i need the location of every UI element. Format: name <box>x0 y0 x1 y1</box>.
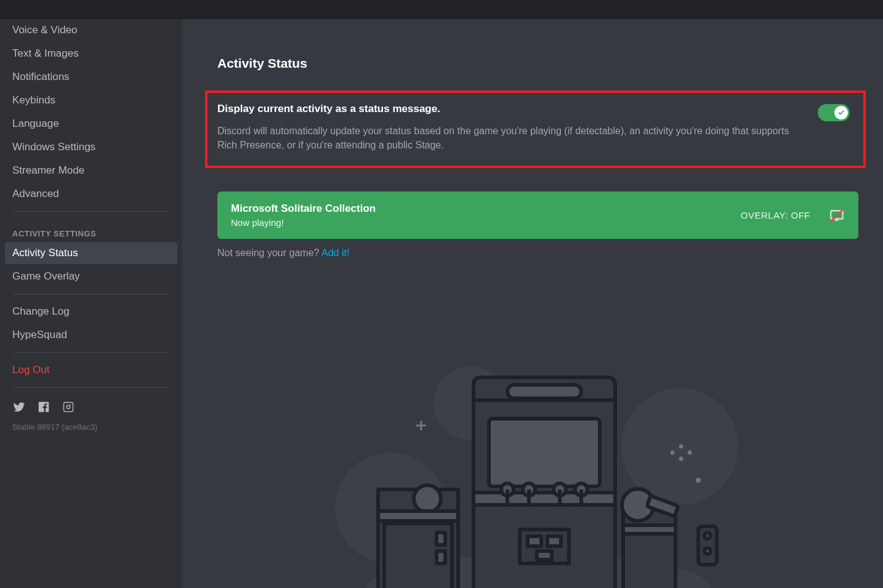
log-out-button[interactable]: Log Out <box>5 359 177 381</box>
sidebar-item-windows-settings[interactable]: Windows Settings <box>5 136 177 158</box>
sidebar-item-language[interactable]: Language <box>5 113 177 135</box>
svg-point-11 <box>679 445 683 449</box>
sidebar-item-streamer-mode[interactable]: Streamer Mode <box>5 159 177 182</box>
sidebar-separator <box>12 387 170 388</box>
sidebar-item-voice-video[interactable]: Voice & Video <box>5 19 177 41</box>
svg-point-30 <box>575 483 587 496</box>
svg-point-37 <box>622 489 654 521</box>
sidebar-item-advanced[interactable]: Advanced <box>5 183 177 205</box>
sidebar-item-text-images[interactable]: Text & Images <box>5 42 177 65</box>
svg-rect-22 <box>489 419 600 486</box>
svg-rect-38 <box>647 496 678 516</box>
sidebar-item-change-log[interactable]: Change Log <box>5 300 177 323</box>
sidebar-separator <box>12 352 170 353</box>
content-area: Activity Status Display current activity… <box>182 19 883 588</box>
svg-rect-17 <box>437 551 445 563</box>
sidebar-item-keybinds[interactable]: Keybinds <box>5 89 177 111</box>
page-title: Activity Status <box>217 56 858 71</box>
overlay-off-icon <box>829 207 845 224</box>
svg-rect-23 <box>474 493 615 505</box>
setting-description: Discord will automatically update your s… <box>217 124 805 152</box>
svg-rect-19 <box>378 511 458 521</box>
svg-rect-1 <box>835 219 839 220</box>
svg-point-42 <box>704 548 711 554</box>
decorative-arcade-art <box>217 366 858 588</box>
display-activity-toggle[interactable] <box>818 104 850 121</box>
annotation-highlight: Display current activity as a status mes… <box>205 91 866 168</box>
svg-rect-20 <box>474 400 615 588</box>
svg-rect-35 <box>537 551 552 560</box>
svg-rect-21 <box>507 385 581 398</box>
sidebar-separator <box>12 294 170 294</box>
add-game-link[interactable]: Add it! <box>321 248 349 258</box>
now-playing-card: Microsoft Solitaire Collection Now playi… <box>217 191 858 239</box>
overlay-status-label: OVERLAY: OFF <box>741 210 810 220</box>
setting-title: Display current activity as a status mes… <box>217 103 805 115</box>
svg-point-3 <box>335 453 446 563</box>
svg-point-13 <box>696 478 701 483</box>
svg-point-9 <box>679 457 683 461</box>
svg-rect-33 <box>528 536 541 546</box>
svg-point-4 <box>621 388 738 505</box>
svg-rect-34 <box>547 536 561 546</box>
svg-rect-36 <box>623 508 675 588</box>
game-status: Now playing! <box>231 217 731 228</box>
sidebar-item-game-overlay[interactable]: Game Overlay <box>5 265 177 288</box>
instagram-icon[interactable] <box>62 400 75 416</box>
sidebar-item-notifications[interactable]: Notifications <box>5 66 177 88</box>
svg-point-24 <box>501 483 514 496</box>
svg-point-18 <box>414 485 441 512</box>
svg-rect-15 <box>384 523 452 588</box>
svg-point-41 <box>704 533 711 539</box>
overlay-toggle-button[interactable] <box>829 207 845 224</box>
sidebar-item-hypesquad[interactable]: HypeSquad <box>5 324 177 346</box>
svg-rect-16 <box>437 533 445 545</box>
svg-rect-32 <box>520 530 569 563</box>
sidebar-header-activity: ACTIVITY SETTINGS <box>5 218 177 242</box>
svg-rect-39 <box>623 525 675 534</box>
twitter-icon[interactable] <box>12 400 26 416</box>
settings-sidebar: Voice & Video Text & Images Notification… <box>0 19 182 588</box>
svg-point-5 <box>433 366 507 440</box>
svg-rect-14 <box>378 489 458 588</box>
svg-point-12 <box>670 451 674 455</box>
svg-point-10 <box>687 451 691 455</box>
svg-point-26 <box>523 483 535 496</box>
version-label: Stable 86917 (ace8ac3) <box>5 420 177 432</box>
game-name: Microsoft Solitaire Collection <box>231 203 731 215</box>
app-titlebar <box>0 0 883 19</box>
not-seeing-game-text: Not seeing your game? Add it! <box>217 248 858 259</box>
svg-point-28 <box>554 483 566 496</box>
sidebar-separator <box>12 211 170 212</box>
svg-point-6 <box>366 554 711 588</box>
facebook-icon[interactable] <box>37 400 50 416</box>
svg-rect-40 <box>698 526 717 565</box>
sidebar-item-activity-status[interactable]: Activity Status <box>5 242 177 264</box>
check-icon <box>837 109 845 116</box>
